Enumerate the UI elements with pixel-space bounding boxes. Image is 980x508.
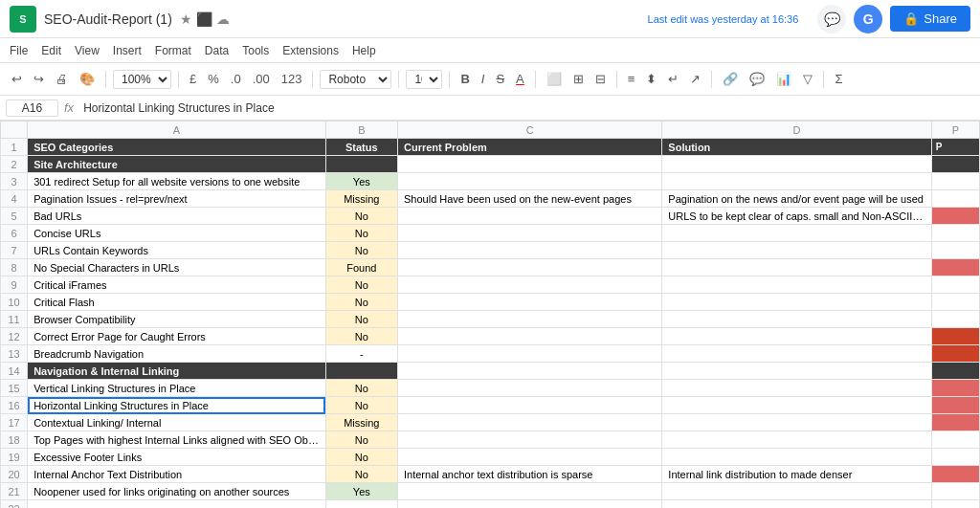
cell-b-3[interactable]: Yes	[325, 173, 397, 190]
bold-btn[interactable]: B	[457, 70, 473, 88]
col-header-a[interactable]: A	[28, 121, 326, 139]
cell-a-4[interactable]: Pagination Issues - rel=prev/next	[28, 190, 326, 208]
cell-e-6[interactable]	[931, 225, 979, 242]
wrap-btn[interactable]: ↵	[664, 70, 682, 88]
menu-tools[interactable]: Tools	[242, 44, 269, 57]
comments-icon[interactable]: 💬	[817, 5, 846, 33]
cell-a-16[interactable]: Horizontal Linking Structures in Place	[28, 397, 326, 414]
cell-d-4[interactable]: Pagination on the news and/or event page…	[662, 190, 931, 208]
col-header-e[interactable]: P	[931, 121, 979, 139]
cell-d-20[interactable]: Internal link distribution to made dense…	[662, 466, 931, 483]
merge-btn[interactable]: ⊟	[591, 70, 610, 88]
cell-d-21[interactable]	[662, 483, 931, 500]
cell-b-1[interactable]: Status	[325, 139, 397, 156]
cell-b-9[interactable]: No	[325, 276, 397, 294]
font-size-select[interactable]: 10	[406, 70, 442, 89]
menu-format[interactable]: Format	[155, 44, 191, 57]
cell-b-2[interactable]	[325, 156, 397, 173]
cell-c-5[interactable]	[398, 208, 662, 225]
cell-d-8[interactable]	[662, 259, 931, 276]
zoom-select[interactable]: 100%	[113, 70, 171, 89]
strikethrough-btn[interactable]: S	[492, 70, 508, 88]
sum-btn[interactable]: Σ	[831, 70, 846, 88]
cell-a-6[interactable]: Concise URLs	[28, 225, 326, 242]
cell-d-15[interactable]	[662, 380, 931, 397]
cell-c-3[interactable]	[398, 173, 662, 190]
cell-b-13[interactable]: -	[325, 345, 397, 363]
menu-edit[interactable]: Edit	[41, 44, 61, 57]
cell-c-7[interactable]	[398, 242, 662, 259]
cell-c-13[interactable]	[398, 345, 662, 363]
cell-a-12[interactable]: Correct Error Page for Caught Errors	[28, 328, 326, 345]
cell-a-17[interactable]: Contextual Linking/ Internal	[28, 414, 326, 431]
cell-c-20[interactable]: Internal anchor text distribution is spa…	[398, 466, 662, 483]
cell-d-5[interactable]: URLS to be kept clear of caps. small and…	[662, 208, 931, 225]
cell-c-11[interactable]	[398, 311, 662, 328]
cell-e-17[interactable]	[931, 414, 979, 431]
cell-d-6[interactable]	[662, 225, 931, 242]
cell-a-7[interactable]: URLs Contain Keywords	[28, 242, 326, 259]
cell-b-18[interactable]: No	[325, 431, 397, 449]
cell-c-17[interactable]	[398, 414, 662, 431]
decimal-dec-btn[interactable]: .0	[227, 70, 245, 88]
valign-btn[interactable]: ⬍	[642, 70, 660, 88]
menu-extensions[interactable]: Extensions	[282, 44, 339, 57]
cell-b-14[interactable]	[325, 363, 397, 380]
cell-e-20[interactable]	[931, 466, 979, 483]
menu-insert[interactable]: Insert	[113, 44, 142, 57]
print-btn[interactable]: 🖨	[52, 70, 72, 88]
cell-e-13[interactable]	[931, 345, 979, 363]
cell-d-9[interactable]	[662, 276, 931, 294]
cell-a-3[interactable]: 301 redirect Setup for all website versi…	[28, 173, 326, 190]
cell-c-21[interactable]	[398, 483, 662, 500]
rotate-btn[interactable]: ↗	[686, 70, 704, 88]
cell-c-19[interactable]	[398, 449, 662, 466]
cell-a-1[interactable]: SEO Categories	[28, 139, 326, 156]
cell-c-2[interactable]	[398, 156, 662, 173]
percent-btn[interactable]: %	[204, 70, 223, 88]
cell-c-6[interactable]	[398, 225, 662, 242]
cell-d-1[interactable]: Solution	[662, 139, 931, 156]
cell-b-17[interactable]: Missing	[325, 414, 397, 431]
cell-e-1[interactable]: P	[931, 139, 979, 156]
col-header-b[interactable]: B	[325, 121, 397, 139]
cell-e-4[interactable]	[931, 190, 979, 208]
cell-c-15[interactable]	[398, 380, 662, 397]
cell-a-14[interactable]: Navigation & Internal Linking	[28, 363, 326, 380]
document-title[interactable]: SEO-Audit-Report (1)	[44, 11, 172, 27]
link-btn[interactable]: 🔗	[719, 70, 742, 88]
undo-btn[interactable]: ↩	[8, 70, 26, 88]
cell-e-5[interactable]	[931, 208, 979, 225]
italic-btn[interactable]: I	[478, 70, 489, 88]
cell-c-4[interactable]: Should Have been used on the new-event p…	[398, 190, 662, 208]
cell-a-9[interactable]: Critical iFrames	[28, 276, 326, 294]
redo-btn[interactable]: ↪	[30, 70, 48, 88]
chart-btn[interactable]: 📊	[772, 70, 795, 88]
cell-e-7[interactable]	[931, 242, 979, 259]
cell-d-18[interactable]	[662, 431, 931, 449]
cell-c-8[interactable]	[398, 259, 662, 276]
cell-d-3[interactable]	[662, 173, 931, 190]
cell-e-16[interactable]	[931, 397, 979, 414]
col-header-c[interactable]: C	[398, 121, 662, 139]
menu-data[interactable]: Data	[205, 44, 229, 57]
cell-reference-input[interactable]	[6, 99, 58, 117]
cell-e-22[interactable]	[931, 500, 979, 509]
decimal-inc-btn[interactable]: .00	[249, 70, 274, 88]
cell-d-14[interactable]	[662, 363, 931, 380]
cell-a-18[interactable]: Top Pages with highest Internal Links al…	[28, 431, 326, 449]
cell-d-11[interactable]	[662, 311, 931, 328]
cell-d-12[interactable]	[662, 328, 931, 345]
cell-e-10[interactable]	[931, 294, 979, 311]
cell-a-22[interactable]	[28, 500, 326, 509]
cell-e-21[interactable]	[931, 483, 979, 500]
number-format-btn[interactable]: 123	[278, 70, 306, 88]
cell-d-17[interactable]	[662, 414, 931, 431]
cell-b-22[interactable]	[325, 500, 397, 509]
cell-d-16[interactable]	[662, 397, 931, 414]
cell-e-2[interactable]	[931, 156, 979, 173]
cell-b-15[interactable]: No	[325, 380, 397, 397]
cell-a-5[interactable]: Bad URLs	[28, 208, 326, 225]
profile-icon[interactable]: G	[854, 5, 882, 33]
cell-e-11[interactable]	[931, 311, 979, 328]
